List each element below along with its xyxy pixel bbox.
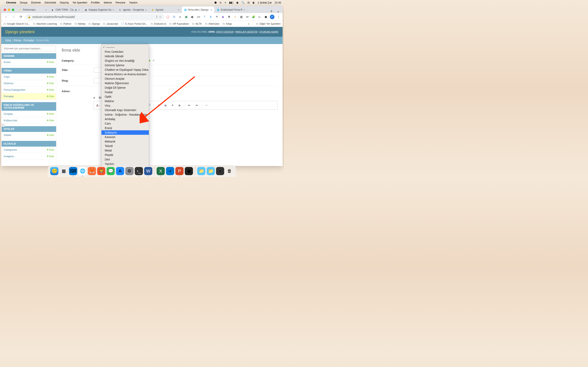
tab-list-button[interactable]: ⌄ xyxy=(275,9,281,13)
bookmark-item[interactable]: 🗀Machine Learning xyxy=(33,22,57,25)
tab-close-icon[interactable]: × xyxy=(78,8,80,11)
ext-5-icon[interactable]: A24 xyxy=(196,15,200,19)
sidebar-filter-input[interactable] xyxy=(2,46,56,51)
bookmark-item[interactable]: 🗀Alternator xyxy=(205,22,219,25)
dropdown-option[interactable]: Isıtma - Soğutma - Havalandırma xyxy=(102,112,149,117)
sidebar-model-link[interactable]: Kosts xyxy=(4,60,11,64)
chrome-menu-icon[interactable]: ⋮ xyxy=(277,15,281,19)
dropdown-option[interactable]: Vinç xyxy=(102,103,149,108)
sidebar-add-link[interactable]: Ekle xyxy=(47,149,54,151)
more-button[interactable]: ⋯ xyxy=(203,102,209,108)
bookmark-star-icon[interactable]: ☆ xyxy=(159,15,162,18)
outdent-button[interactable]: ⇤ xyxy=(186,102,192,108)
back-button[interactable]: ← xyxy=(3,14,9,20)
forward-button[interactable]: → xyxy=(11,14,16,20)
bookmark-item[interactable]: 🗀NLTK xyxy=(192,22,202,25)
bluetooth-icon[interactable]: ᚜ xyxy=(225,1,226,4)
dropdown-option[interactable]: Öngörü ve Veri Analitiği xyxy=(102,58,149,63)
align-left-button[interactable]: ≡ xyxy=(156,102,162,108)
control-center-icon[interactable]: ⊟ xyxy=(247,1,250,4)
dropdown-option[interactable]: Optik xyxy=(102,94,149,99)
dropdown-option[interactable]: Otomatik Kapı Sistemleri xyxy=(102,108,149,112)
dropdown-option[interactable]: Görüntü İşleme xyxy=(102,63,149,67)
align-right-button[interactable]: ≡ xyxy=(169,102,176,108)
app-name[interactable]: Chrome xyxy=(6,1,16,4)
tab-close-icon[interactable]: × xyxy=(210,8,212,11)
sidebar-model-link[interactable]: Imagess xyxy=(4,155,14,158)
ext-2-icon[interactable]: ∞ xyxy=(178,15,182,19)
dock-messages[interactable]: 💬 xyxy=(107,167,115,175)
tab-audio-icon[interactable]: 🔊 xyxy=(75,9,77,11)
dropdown-option[interactable]: Karavan xyxy=(102,135,149,139)
dropdown-option[interactable]: Chatbot ve Diyalogsal Yapay Zeka xyxy=(102,67,149,72)
bookmark-item[interactable]: 🗀Javascript xyxy=(103,22,118,25)
dock-settings[interactable]: ⚙ xyxy=(125,167,134,175)
dropdown-option[interactable]: Pres Üreticileri xyxy=(102,50,149,54)
dropdown-option[interactable]: İmalat xyxy=(102,90,149,94)
sidebar-add-link[interactable]: Ekle xyxy=(47,89,54,91)
bookmarks-overflow[interactable]: » xyxy=(248,22,250,25)
bookmark-item[interactable]: 🗀Django xyxy=(88,22,100,25)
tab-close-icon[interactable]: × xyxy=(145,8,147,11)
tab-close-icon[interactable]: × xyxy=(178,8,180,11)
battery-icon[interactable]: ▮▮▯ xyxy=(229,1,233,4)
sidebar-model-link[interactable]: Gruplar xyxy=(4,112,13,115)
dock-word[interactable]: W xyxy=(144,167,152,175)
ext-7-icon[interactable]: ⬇ xyxy=(209,15,213,19)
dropdown-option[interactable]: Plastik xyxy=(102,153,149,157)
other-bookmarks[interactable]: 🗀 Diğer Yer İşaretleri xyxy=(256,22,281,25)
extensions-menu-icon[interactable]: 🧩 xyxy=(251,15,256,19)
dock-firefox[interactable]: 🦊 xyxy=(88,167,96,175)
dropdown-option[interactable]: Metal xyxy=(102,148,149,153)
ext-translate-icon[interactable]: ⛝ xyxy=(172,15,176,19)
menu-history[interactable]: Geçmiş xyxy=(60,1,69,4)
bookmark-item[interactable]: 🗀Endustri.io xyxy=(150,22,166,25)
browser-tab[interactable]: 🌐 firma ekle | Django × xyxy=(182,7,214,13)
dropdown-option[interactable]: Deri xyxy=(102,157,149,162)
view-site-link[interactable]: SİTEYİ GÖSTER xyxy=(216,31,233,33)
window-close-button[interactable] xyxy=(4,8,6,11)
dock-folder3[interactable]: ▪ xyxy=(216,167,224,175)
sidebar-add-link[interactable]: Ekle xyxy=(47,155,54,158)
dropdown-option[interactable]: Mekanik xyxy=(102,139,149,144)
category-dropdown[interactable]: ---------Pres ÜreticileriHidrolik Silind… xyxy=(101,44,149,166)
menu-edit[interactable]: Düzenle xyxy=(31,1,41,4)
menu-help[interactable]: Yardım xyxy=(129,1,138,4)
bookmark-item[interactable]: 🗀Ndeep xyxy=(74,22,86,25)
tab-close-icon[interactable]: × xyxy=(45,8,47,11)
dropdown-option[interactable]: Arama Motoru ve Arama Asistanı xyxy=(102,72,149,76)
address-bar[interactable]: 🔒 endustri.io/admin/firma/firma/add/ ⤴ ☆ xyxy=(25,14,164,20)
sidebar-model-link[interactable]: Categories xyxy=(4,148,17,151)
breadcrumb-home[interactable]: Giriş xyxy=(5,39,11,42)
ext-11-icon[interactable]: b xyxy=(233,15,237,19)
siri-icon[interactable]: ◐ xyxy=(252,1,255,4)
sidebar-add-link[interactable]: Ekle xyxy=(47,113,54,115)
menubar-time[interactable]: 21:42 xyxy=(275,1,281,4)
view-related-icon[interactable]: 👁 xyxy=(152,59,155,62)
ext-14-icon[interactable]: ▷ xyxy=(258,15,262,19)
tab-close-icon[interactable]: × xyxy=(243,8,245,11)
dropdown-option[interactable]: Ambalaj xyxy=(102,117,149,121)
menu-file[interactable]: Dosya xyxy=(20,1,27,4)
dock-bluetooth[interactable]: ᚜ xyxy=(166,167,174,175)
dock-folder1[interactable]: 📁 xyxy=(197,167,205,175)
window-maximize-button[interactable] xyxy=(12,8,14,11)
sidebar-add-link[interactable]: Ekle xyxy=(47,82,54,85)
dropdown-option[interactable]: --------- xyxy=(102,45,149,50)
window-minimize-button[interactable] xyxy=(8,8,10,11)
ext-10-icon[interactable]: ⛨ xyxy=(227,15,231,19)
tab-close-icon[interactable]: × xyxy=(112,8,114,11)
sidebar-model-link[interactable]: Siteler xyxy=(4,133,11,137)
logout-link[interactable]: OTURUMU KAPAT xyxy=(259,31,278,33)
dropdown-option[interactable]: Makine Öğrenmesi xyxy=(102,81,149,85)
menu-bookmarks[interactable]: Yer İşaretleri xyxy=(72,1,87,4)
sidebar-model-link[interactable]: Kullanıcılar xyxy=(4,119,17,122)
dock-vscode[interactable]: ⌨ xyxy=(69,167,77,175)
sidebar-model-link[interactable]: Firmalar xyxy=(4,95,14,98)
align-justify-button[interactable]: ≣ xyxy=(176,102,182,108)
menu-tab[interactable]: Sekme xyxy=(104,1,112,4)
dock-launchpad[interactable]: ▦ xyxy=(60,167,68,175)
sidebar-model-link[interactable]: Districts xyxy=(4,82,13,85)
profile-avatar-icon[interactable]: P xyxy=(270,15,274,19)
dock-terminal[interactable]: ›_ xyxy=(135,167,143,175)
